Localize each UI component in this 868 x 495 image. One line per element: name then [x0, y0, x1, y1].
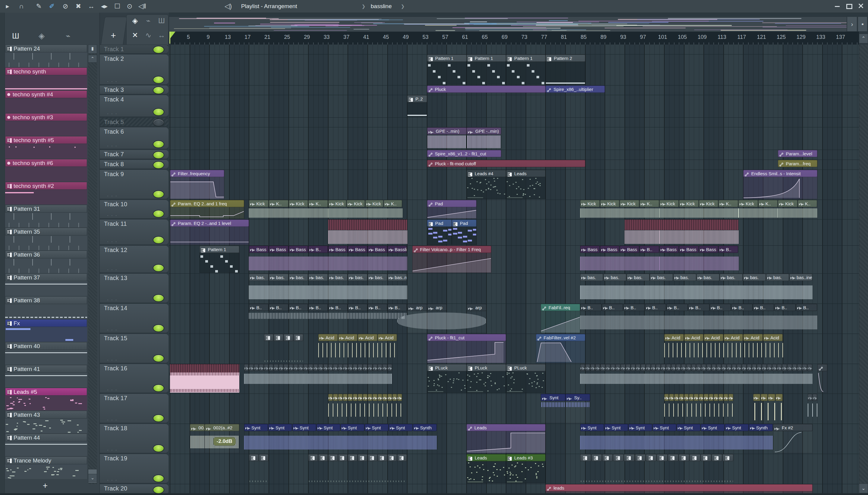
group-clip[interactable]: B..B..B..B..B..B..B..B..B..B..B..: [580, 304, 817, 333]
pattern-item-header[interactable]: Trance Melody: [5, 457, 87, 464]
audio-subclip[interactable]: K..: [640, 200, 659, 207]
pattern-subclip[interactable]: [646, 454, 656, 461]
pattern-item[interactable]: techno synth #4: [5, 90, 87, 113]
automation-clip[interactable]: Param. EQ 2 -..and 1 level: [170, 220, 249, 245]
track-mute-led[interactable]: [153, 161, 164, 169]
audio-subclip[interactable]: Bass: [269, 246, 289, 253]
track-mute-led[interactable]: [153, 414, 164, 422]
pattern-subclip[interactable]: [657, 454, 667, 461]
audio-subclip[interactable]: Bass: [328, 246, 348, 253]
audio-subclip[interactable]: [600, 364, 605, 371]
audio-subclip[interactable]: Bass: [580, 246, 600, 253]
audio-subclip[interactable]: [757, 364, 761, 371]
audio-subclip[interactable]: [333, 364, 338, 371]
group-clip[interactable]: B..B..B..B..B..B..B..B..: [249, 304, 407, 333]
track-mute-led[interactable]: [153, 324, 164, 332]
audio-subclip[interactable]: [328, 394, 333, 401]
audio-subclip[interactable]: B..: [640, 246, 659, 253]
pattern-item-header[interactable]: Pattern 44: [5, 433, 87, 441]
automation-clip[interactable]: [817, 364, 827, 393]
audio-subclip[interactable]: B..: [710, 304, 731, 311]
pattern-subclip[interactable]: [701, 454, 711, 461]
audio-subclip[interactable]: B..: [688, 304, 709, 311]
audio-subclip[interactable]: Synt: [341, 424, 364, 431]
audio-subclip[interactable]: [681, 364, 686, 371]
audio-subclip[interactable]: Bass: [249, 246, 268, 253]
audio-subclip[interactable]: [802, 364, 807, 371]
audio-subclip[interactable]: [254, 364, 259, 371]
audio-subclip[interactable]: [661, 364, 666, 371]
audio-subclip[interactable]: bas.: [328, 274, 348, 281]
audio-subclip[interactable]: [808, 394, 812, 401]
audio-subclip[interactable]: [807, 364, 812, 371]
pattern-clip[interactable]: PLuck: [506, 364, 545, 393]
pattern-clip[interactable]: Pattern 1: [506, 54, 545, 85]
audio-subclip[interactable]: Kick: [679, 200, 699, 207]
track-header-5[interactable]: Track 5: [100, 117, 169, 126]
audio-subclip[interactable]: [709, 394, 714, 401]
audio-subclip[interactable]: Synth: [413, 424, 437, 431]
pattern-item-header[interactable]: Pattern 38: [5, 296, 87, 304]
audio-region-striped[interactable]: [328, 220, 407, 245]
audio-subclip[interactable]: [611, 364, 616, 371]
track-mute-led[interactable]: [153, 354, 164, 362]
audio-subclip[interactable]: bas.: [697, 274, 719, 281]
audio-subclip[interactable]: [714, 394, 718, 401]
pattern-clip[interactable]: Leads: [506, 170, 545, 199]
track-header-9[interactable]: Track 9· · ·: [100, 170, 169, 199]
audio-subclip[interactable]: [761, 394, 768, 401]
pattern-clip[interactable]: Leads #3: [506, 454, 545, 483]
slide-tool-icon[interactable]: ∿: [142, 29, 154, 41]
audio-subclip[interactable]: [616, 364, 620, 371]
pattern-clip[interactable]: Pad: [427, 220, 452, 245]
audio-subclip[interactable]: [333, 394, 338, 401]
audio-subclip[interactable]: Kick: [347, 200, 365, 207]
pattern-item[interactable]: techno synth #2: [5, 182, 87, 204]
playlist-scroll-down-icon[interactable]: ⌄: [859, 483, 868, 493]
track-mute-led[interactable]: [153, 140, 164, 148]
audio-subclip[interactable]: B..: [719, 246, 738, 253]
audio-subclip[interactable]: [699, 394, 703, 401]
audio-subclip[interactable]: [686, 364, 691, 371]
audio-subclip[interactable]: bas.: [269, 274, 289, 281]
audio-subclip[interactable]: [797, 364, 802, 371]
audio-subclip[interactable]: [397, 394, 402, 401]
audio-subclip[interactable]: [353, 364, 358, 371]
audio-subclip[interactable]: [777, 364, 782, 371]
audio-subclip[interactable]: B..: [269, 304, 289, 311]
audio-subclip[interactable]: bas.: [249, 274, 268, 281]
audio-subclip[interactable]: B..: [249, 304, 268, 311]
audio-clip[interactable]: Sy..: [566, 394, 590, 423]
track-mute-led[interactable]: [153, 76, 164, 84]
pattern-subclip[interactable]: [690, 454, 700, 461]
automation-clip[interactable]: FabFil..req: [541, 304, 580, 333]
mute-tool-icon[interactable]: ✖: [73, 0, 83, 13]
pattern-item[interactable]: Pattern 44: [5, 433, 87, 456]
playlist-grid[interactable]: Pattern 1Pattern 1Pattern 1Pattern 2Pluc…: [169, 45, 859, 495]
audio-subclip[interactable]: Bass: [600, 246, 620, 253]
pattern-item-header[interactable]: Pattern 31: [5, 205, 87, 212]
audio-subclip[interactable]: Bass: [289, 246, 308, 253]
audio-subclip[interactable]: [701, 364, 706, 371]
audio-subclip[interactable]: K..: [798, 200, 817, 207]
audio-subclip[interactable]: K..: [384, 200, 402, 207]
track-mute-led[interactable]: [153, 108, 164, 116]
audio-subclip[interactable]: B..: [753, 304, 774, 311]
audio-subclip[interactable]: [378, 394, 382, 401]
audio-subclip[interactable]: Acid: [743, 334, 763, 341]
pattern-item[interactable]: Trance Melody: [5, 457, 87, 479]
strip-clip[interactable]: [244, 364, 392, 393]
pattern-subclip[interactable]: [722, 454, 733, 461]
pattern-clip[interactable]: Pattern 1: [427, 54, 466, 85]
pan-tool-icon[interactable]: ↔: [86, 0, 96, 13]
audio-clip[interactable]: GPE -..min): [427, 127, 466, 149]
audio-subclip[interactable]: [605, 364, 610, 371]
audio-subclip[interactable]: [274, 364, 278, 371]
audio-subclip[interactable]: B..: [623, 304, 645, 311]
group-clip[interactable]: bas.bas.bas.bas.bas.bas.bas.bas..ne: [249, 274, 407, 303]
audio-subclip[interactable]: Synt: [604, 424, 628, 431]
audio-subclip[interactable]: B..: [328, 304, 348, 311]
audio-subclip[interactable]: B..: [368, 304, 387, 311]
track-mute-led[interactable]: [153, 119, 164, 126]
stretch-tool-icon[interactable]: ↔: [155, 29, 167, 41]
